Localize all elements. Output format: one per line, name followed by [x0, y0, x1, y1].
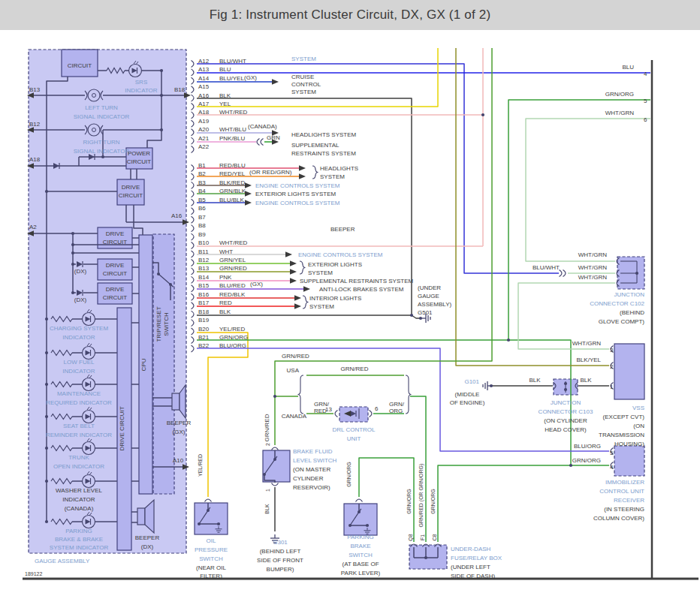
- junction-dot: [71, 251, 74, 254]
- label: OIL: [207, 537, 216, 544]
- wire-color-label: YEL: [219, 101, 231, 107]
- label: GAUGE ASSEMBLY: [35, 558, 90, 564]
- junction-dot: [71, 232, 74, 235]
- pin-arc-icon: [192, 182, 195, 188]
- arrow-icon: [285, 251, 292, 257]
- pin-label: A20: [198, 126, 210, 133]
- pin-arc-icon: [192, 251, 195, 257]
- label: SUPPLEMENTAL RESTRAINTS SYSTEM: [300, 278, 413, 284]
- label: OPEN INDICATOR: [53, 463, 104, 470]
- wire-color-label: RED/YEL: [219, 170, 246, 177]
- label: SRS: [135, 79, 147, 86]
- pin-arc-icon: [192, 293, 195, 300]
- label: TRUNK: [68, 454, 89, 461]
- pin-arc-icon: [192, 61, 195, 68]
- trip-reset-switch-box: [153, 234, 174, 494]
- pin-label: A14: [198, 75, 210, 82]
- label: IMMOBILIZER: [605, 479, 644, 486]
- pin-label: A16: [198, 92, 210, 99]
- pin-arc-icon: [192, 225, 195, 232]
- label: DRIVE CIRCUIT: [119, 406, 125, 450]
- label: 1: [610, 384, 614, 390]
- pin-label: B7: [198, 214, 206, 221]
- label: SYSTEM: [308, 269, 333, 276]
- pin-label: B11: [198, 248, 209, 255]
- wire-color-label: GRN/BLK: [219, 188, 246, 194]
- pin-arc-icon: [192, 328, 195, 335]
- junction-dot: [45, 415, 48, 418]
- label: GRN/RED: [341, 366, 369, 372]
- label: 4: [644, 71, 647, 77]
- label: SWITCH: [199, 555, 223, 562]
- label: BEEPER: [330, 226, 355, 233]
- pin-label: A18: [198, 109, 210, 116]
- pin-label: B1: [198, 162, 206, 169]
- connector-arc-icon: [370, 411, 373, 417]
- label: INDICATOR: [125, 87, 157, 94]
- pin-arc-icon: [192, 112, 195, 119]
- label: G501: [418, 309, 433, 316]
- label: OF ENGINE): [450, 399, 485, 406]
- wire-color-label: RED/BLU: [219, 162, 246, 169]
- arrow-icon: [245, 182, 252, 188]
- label: (ON MASTER: [293, 466, 330, 473]
- under-dash-fuse-relay-box: [409, 545, 447, 569]
- pin-label: B16: [198, 291, 210, 298]
- connector-arc-icon: [205, 499, 212, 502]
- junction-dot: [490, 384, 493, 387]
- label: REMINDER INDICATOR: [46, 432, 112, 438]
- label: (CANADA): [248, 123, 277, 130]
- brace-icon: [406, 375, 412, 414]
- label: A18: [29, 156, 41, 163]
- label: SIDE OF FRONT: [257, 557, 303, 564]
- label: PARK LEVER): [341, 570, 381, 576]
- label: CONNECTOR C102: [590, 300, 644, 307]
- label: MAINTENANCE: [57, 390, 101, 397]
- connector-arc-icon: [356, 499, 363, 502]
- pin-label: A21: [198, 135, 210, 142]
- label: GRN/ORG: [605, 91, 634, 98]
- label: 13: [325, 406, 332, 413]
- label: (DX): [141, 543, 154, 550]
- wire-color-label: WHT/RED: [219, 109, 248, 116]
- label: ENGINE CONTROLS SYSTEM: [298, 251, 383, 258]
- label: INDICATOR: [62, 496, 95, 503]
- label: LEVEL SWITCH: [293, 457, 337, 464]
- junction-dot: [45, 318, 48, 321]
- label: (DX): [74, 296, 87, 303]
- label: PARKING: [347, 534, 373, 540]
- pin-label: B10: [198, 239, 210, 246]
- wire-color-label: BLU/ORG: [219, 342, 246, 349]
- wire-color-label: GRN/RED: [219, 265, 247, 272]
- label: CONTROL: [291, 81, 321, 88]
- label: 3: [610, 347, 614, 354]
- label: ASSEMBLY): [418, 301, 452, 308]
- connector-arc-icon: [335, 411, 338, 417]
- label: G301: [273, 539, 288, 546]
- label: VSS: [632, 405, 644, 411]
- pin-arc-icon: [192, 69, 195, 76]
- pin-label: B6: [198, 205, 206, 212]
- pin-label: B14: [198, 274, 210, 281]
- label: DRIVE: [106, 286, 124, 293]
- label: WHT/GRN: [578, 274, 607, 281]
- wire-wire-pin6-whtgrn: [526, 119, 650, 261]
- label: (BEHIND: [620, 309, 644, 316]
- label: CIRCUIT: [127, 158, 152, 165]
- pin-arc-icon: [192, 311, 195, 318]
- label: TRIP/RESET: [155, 306, 162, 342]
- label: CHARGING SYSTEM: [50, 325, 109, 332]
- label: RECEIVER: [614, 497, 644, 504]
- label: BRAKE: [350, 543, 370, 549]
- junction-dot: [160, 128, 163, 131]
- pin-arc-icon: [192, 345, 195, 352]
- label: WHT/GRN: [578, 264, 607, 271]
- label: B18: [174, 86, 186, 93]
- label: A16: [171, 212, 183, 219]
- pin-arc-icon: [192, 120, 195, 127]
- junction-dot: [45, 383, 48, 386]
- label: GRN/ORG: [430, 489, 436, 513]
- label: DRL CONTROL: [332, 426, 376, 433]
- label: 5: [610, 450, 614, 456]
- label: CYLINDER: [293, 475, 324, 482]
